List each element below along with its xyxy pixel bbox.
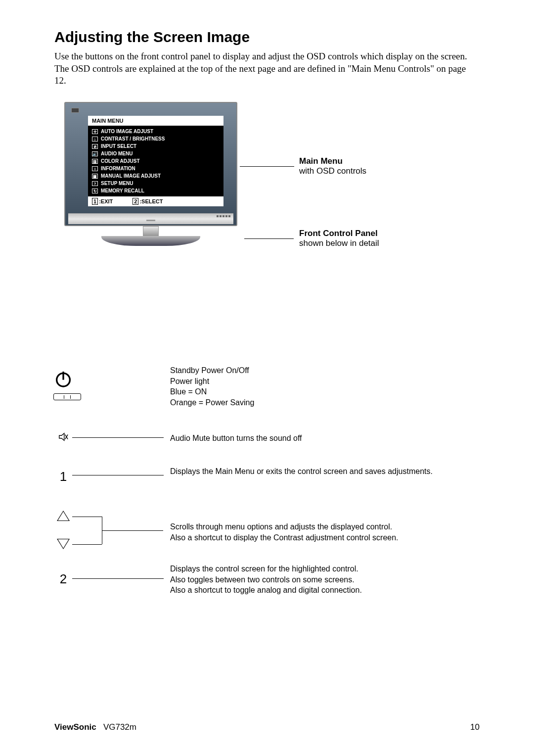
- control-text: Displays the control screen for the high…: [170, 564, 447, 574]
- input-icon: ⎚: [92, 144, 98, 149]
- button-2-icon: 2: [53, 571, 73, 587]
- callout-sub: with OSD controls: [299, 166, 366, 176]
- power-icon: [53, 369, 73, 400]
- sun-icon: ☼: [92, 137, 98, 142]
- osd-key-1: 1: [92, 198, 98, 205]
- bezel-button: [225, 215, 227, 217]
- control-row-one: 1 Displays the Main Menu or exits the co…: [54, 469, 480, 499]
- control-text: Scrolls through menu options and adjusts…: [170, 521, 457, 532]
- crosshair-icon: ✛: [92, 129, 98, 134]
- bezel-button: [222, 215, 224, 217]
- bezel-button: [228, 215, 230, 217]
- control-text: Displays the Main Menu or exits the cont…: [170, 466, 447, 477]
- osd-menu-list: ✛AUTO IMAGE ADJUST ☼CONTRAST / BRIGHTNES…: [88, 126, 223, 196]
- osd-window: MAIN MENU ✛AUTO IMAGE ADJUST ☼CONTRAST /…: [88, 116, 223, 206]
- control-text: Orange = Power Saving: [170, 397, 254, 408]
- intro-paragraph: Use the buttons on the front control pan…: [54, 50, 480, 87]
- leader-line: [102, 530, 163, 531]
- osd-select-label: :SELECT: [139, 198, 163, 204]
- control-row-arrows: Scrolls through menu options and adjusts…: [54, 512, 480, 559]
- callout-sub: shown below in detail: [299, 238, 379, 248]
- footer-brand: ViewSonic: [54, 722, 96, 732]
- leader-line: [72, 437, 164, 438]
- recall-icon: ↻: [92, 189, 98, 193]
- osd-item-label: AUDIO MENU: [101, 151, 133, 156]
- osd-item-label: MEMORY RECALL: [101, 188, 144, 193]
- osd-footer: 1:EXIT 2:SELECT: [88, 196, 223, 206]
- osd-key-2: 2: [133, 198, 138, 205]
- callout-line: [240, 166, 294, 167]
- osd-item-label: SETUP MENU: [101, 181, 133, 186]
- osd-title: MAIN MENU: [88, 116, 223, 126]
- callout-title: Main Menu: [299, 156, 343, 166]
- leader-line: [72, 578, 164, 579]
- control-row-mute: Audio Mute button turns the sound off: [54, 431, 480, 456]
- osd-item-label: CONTRAST / BRIGHTNESS: [101, 136, 165, 142]
- setup-icon: ?: [92, 181, 98, 186]
- control-text: Also a shortcut to display the Contrast …: [170, 532, 457, 543]
- osd-item-label: MANUAL IMAGE ADJUST: [101, 173, 161, 179]
- control-text: Standby Power On/Off: [170, 365, 254, 376]
- bezel-button: [217, 215, 219, 217]
- power-light-icon: [146, 220, 155, 221]
- leader-line: [72, 544, 102, 545]
- leader-line: [72, 517, 102, 517]
- monitor-stand-neck: [143, 226, 159, 236]
- page-number: 10: [470, 722, 480, 732]
- callout-title: Front Control Panel: [299, 229, 378, 238]
- info-icon: i: [92, 166, 98, 171]
- callout-front-panel: Front Control Panel shown below in detai…: [299, 229, 379, 248]
- osd-exit-label: :EXIT: [99, 198, 113, 204]
- monitor-illustration: MAIN MENU ✛AUTO IMAGE ADJUST ☼CONTRAST /…: [54, 102, 480, 280]
- control-text: Audio Mute button turns the sound off: [170, 433, 302, 444]
- monitor-brand: ViewSonic: [140, 88, 161, 93]
- adjust-icon: ▦: [92, 174, 98, 179]
- speaker-icon: 🔊: [92, 151, 98, 156]
- leader-line: [72, 475, 164, 475]
- mute-icon: [53, 431, 73, 445]
- svg-marker-2: [59, 433, 64, 441]
- bezel-button: [220, 215, 222, 217]
- monitor-bezel: [68, 213, 233, 224]
- control-text: Also toggles between two controls on som…: [170, 574, 447, 585]
- footer-model: VG732m: [103, 722, 136, 732]
- osd-item-label: INFORMATION: [101, 166, 135, 171]
- control-text: Power light: [170, 376, 254, 387]
- button-1-icon: 1: [53, 469, 73, 484]
- up-arrow-icon: [53, 512, 73, 520]
- callout-main-menu: Main Menu with OSD controls: [299, 156, 366, 176]
- color-icon: ▥: [92, 159, 98, 164]
- osd-item-label: AUTO IMAGE ADJUST: [101, 129, 153, 134]
- osd-item-label: INPUT SELECT: [101, 143, 136, 149]
- monitor-stand-base: [101, 236, 200, 246]
- callout-line: [244, 238, 294, 239]
- down-arrow-icon: [53, 539, 73, 548]
- page-footer: ViewSonic VG732m 10: [54, 722, 480, 732]
- control-row-two: 2 Displays the control screen for the hi…: [54, 571, 480, 611]
- page-heading: Adjusting the Screen Image: [54, 29, 480, 46]
- led-icon: [53, 393, 81, 400]
- control-text: Blue = ON: [170, 386, 254, 397]
- webcam-icon: [71, 108, 79, 113]
- controls-reference: Standby Power On/Off Power light Blue = …: [54, 369, 480, 611]
- osd-item-label: COLOR ADJUST: [101, 158, 140, 164]
- control-text: Also a shortcut to toggle analog and dig…: [170, 585, 447, 596]
- control-row-power: Standby Power On/Off Power light Blue = …: [54, 369, 480, 419]
